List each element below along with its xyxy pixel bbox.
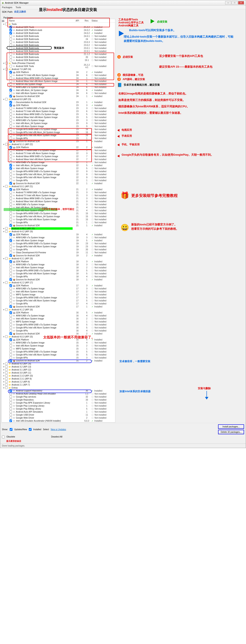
group-row[interactable]: ▾Tools	[2, 22, 115, 26]
package-row[interactable]: Android TV ARM EABI v7a System Image233N…	[2, 107, 115, 110]
menu-packages[interactable]: Packages	[2, 6, 12, 8]
package-row[interactable]: Android TV Intel x86 Atom System Image24…	[2, 74, 115, 77]
group-row[interactable]: ▾Android 5.0.1 (API 21)	[2, 185, 115, 188]
package-row[interactable]: Google APIs Intel x86 Atom System Image1…	[2, 299, 115, 302]
package-row[interactable]: Android SDK Platform-tools24.0.2Installe…	[2, 28, 115, 32]
cb-installed[interactable]	[29, 428, 32, 431]
package-row[interactable]: Google APIs ARM EABI v7a System Image175…	[2, 296, 115, 299]
package-row[interactable]: Intel x86 Atom_64 System Image225Install…	[2, 164, 115, 167]
package-row[interactable]: Android Wear ARM EABI v7a System Image21…	[2, 197, 115, 200]
package-row[interactable]: Google APIs ARM EABI v7a System Image211…	[2, 212, 115, 215]
package-row[interactable]: Google Play APK Expansion Library1Not in…	[2, 401, 115, 404]
package-row[interactable]: Google APIs Intel x86 Atom System Image2…	[2, 176, 115, 179]
group-row[interactable]: ▾Android 3.0 (API 11)	[2, 371, 115, 374]
package-row[interactable]: Intel x86 Atom System Image172Not instal…	[2, 290, 115, 293]
delete-button[interactable]: Delete 32 packages...	[218, 430, 244, 434]
package-row[interactable]: Android SDK Build-tools23.0.3Not install…	[2, 40, 115, 44]
package-row[interactable]: MIPS System Image171Not installed	[2, 293, 115, 296]
package-row[interactable]: Android SDK Build-tools22.0.1Not install…	[2, 50, 115, 52]
package-row[interactable]: Android Wear ARM EABI v7a System Image23…	[2, 113, 115, 116]
maximize-button[interactable]: □	[231, 1, 238, 4]
package-row[interactable]: Android Wear Intel x86 Atom System Image…	[2, 80, 115, 83]
package-row[interactable]: Android Auto Desktop Head Unit emulator1…	[2, 392, 115, 395]
group-row[interactable]: ▾Android 6.0 (API 23)	[2, 98, 115, 101]
package-row[interactable]: MIPS System Image151Not installed	[2, 347, 115, 350]
package-row[interactable]: Sources for Android SDK221Installed	[2, 182, 115, 185]
package-row[interactable]: Google APIs Intel x86 Atom System Image1…	[2, 245, 115, 248]
package-row[interactable]: Sources for Android SDK192Installed	[2, 254, 115, 257]
package-row[interactable]: Google APIs ARM EABI v7a System Image192…	[2, 242, 115, 245]
package-row[interactable]: SDK Platform194Installed	[2, 233, 115, 236]
package-row[interactable]: Intel x86 Atom System Image239Not instal…	[2, 125, 115, 128]
package-row[interactable]: Google APIs231Not installed	[2, 137, 115, 140]
package-row[interactable]: SDK Platform173Installed	[2, 284, 115, 287]
package-row[interactable]: Sources for Android SDK241Installed	[2, 95, 115, 98]
package-row[interactable]: Google APIs ARM EABI v7a System Image155…	[2, 350, 115, 353]
group-row[interactable]: ▾Android 2.3.1 (API 9)	[2, 377, 115, 380]
package-row[interactable]: Google APIs ARM EABI v7a System Image229…	[2, 170, 115, 173]
package-row[interactable]: Google Web Driver2Not installed	[2, 416, 115, 419]
group-row[interactable]: ▾Android 2.3.3 (API 10)	[2, 374, 115, 377]
package-row[interactable]: Android SDK Tools25.2.2 rc1Not installed	[2, 64, 115, 68]
package-row[interactable]: Google APIs211Not installed	[2, 221, 115, 224]
package-row[interactable]: Android SDK Build-tools24.0.1Not install…	[2, 34, 115, 38]
package-row[interactable]: Android SDK Build-tools19.1Not installed	[2, 58, 115, 62]
package-row[interactable]: ARM 64 v8a System Image246Not installed	[2, 83, 115, 86]
package-row[interactable]: Intel x86 Atom System Image182Not instal…	[2, 266, 115, 269]
package-row[interactable]: ARM EABI v7a System Image183Not installe…	[2, 263, 115, 266]
package-row[interactable]: Google APIs ARM EABI v7a System Image231…	[2, 128, 115, 131]
package-row[interactable]: Google Play Billing Library5Not installe…	[2, 407, 115, 410]
package-row[interactable]: Google APIs Intel x86 Atom System Image2…	[2, 218, 115, 221]
package-row[interactable]: Google APIs Intel x86 Atom System Image1…	[2, 326, 115, 329]
group-row[interactable]: ▾Android 4.3.1 (API 18)	[2, 257, 115, 260]
link-deselect[interactable]: Deselect All	[51, 436, 62, 438]
package-row[interactable]: Documentation for Android SDK231Installe…	[2, 101, 115, 104]
package-row[interactable]: Intel x86 Atom System Image152Not instal…	[2, 344, 115, 347]
package-row[interactable]: Intel x86 Atom_64 System Image246Install…	[2, 89, 115, 92]
package-row[interactable]: Google APIs ARM EABI v7a System Image185…	[2, 269, 115, 272]
package-row[interactable]: Google APIs174Not installed	[2, 302, 115, 305]
menu-tools[interactable]: Tools	[16, 6, 21, 8]
package-row[interactable]: Android SDK Build-tools21.1.2Not install…	[2, 52, 115, 56]
install-button[interactable]: Install packages...	[218, 424, 244, 429]
package-row[interactable]: SDK Platform165Installed	[2, 311, 115, 314]
package-row[interactable]: Google APIs ARM EABI v7a System Image165…	[2, 323, 115, 326]
package-row[interactable]: Sources for Android SDK171Installed	[2, 305, 115, 308]
package-row[interactable]: Android Wear Intel x86 Atom System Image…	[2, 158, 115, 161]
package-row[interactable]: Intel x86 Atom System Image162Not instal…	[2, 317, 115, 320]
package-row[interactable]: SDK Platform242Installed	[2, 71, 115, 74]
package-row[interactable]: MIPS System Image161Not installed	[2, 320, 115, 323]
package-row[interactable]: Intel x86 Atom System Image225Not instal…	[2, 167, 115, 170]
package-row[interactable]: ARM EABI v7a System Image164Not installe…	[2, 314, 115, 317]
package-row[interactable]: Google APIs184Not installed	[2, 275, 115, 278]
package-row[interactable]: Sources for Android SDK152Installed	[2, 359, 115, 362]
package-row[interactable]: Google APIs Intel x86 Atom_64 System Ima…	[2, 173, 115, 176]
group-row[interactable]: ▾Android 4.4.2 (API 19)	[2, 230, 115, 233]
package-row[interactable]: Google Repository33Not installed	[2, 398, 115, 401]
package-row[interactable]: Android TV ARM EABI v7a System Image213N…	[2, 191, 115, 194]
package-row[interactable]: ARM EABI v7a System Image193Not installe…	[2, 236, 115, 239]
package-row[interactable]: Google APIs221Not installed	[2, 179, 115, 182]
package-row[interactable]: Android Auto API Simulators1Not installe…	[2, 410, 115, 413]
package-row[interactable]: SDK Platform212Installed	[2, 188, 115, 191]
package-row[interactable]: ARM EABI v7a System Image154Not installe…	[2, 341, 115, 344]
package-row[interactable]: Google APIs Intel x86 Atom System Image1…	[2, 272, 115, 275]
group-row[interactable]: ▾Tools (Preview Channel)	[2, 62, 115, 64]
package-row[interactable]: Intel x86 Atom System Image195Installed	[2, 239, 115, 242]
package-row[interactable]: ARM EABI v7a System Image221Not installe…	[2, 161, 115, 164]
package-row[interactable]: Sources for Android SDK162Installed	[2, 332, 115, 335]
package-row[interactable]: Android Wear Intel x86 Atom System Image…	[2, 200, 115, 203]
package-row[interactable]: Android Support Repository36Installed	[2, 389, 115, 392]
group-row[interactable]: ▾Extras	[2, 386, 115, 389]
link-new-updates[interactable]: New or Updates	[51, 428, 66, 430]
package-row[interactable]: Android SDK Tools25.2.2Installed	[2, 26, 115, 28]
package-row[interactable]: Google APIs153Not installed	[2, 356, 115, 359]
minimize-button[interactable]: —	[225, 1, 231, 4]
package-row[interactable]: Google Play services32Not installed	[2, 395, 115, 398]
group-row[interactable]: ▾Android 3.1 (API 12)	[2, 368, 115, 371]
package-row[interactable]: SDK Platform233Installed	[2, 104, 115, 107]
package-row[interactable]: Google USB Driver11Not installed	[2, 413, 115, 416]
package-row[interactable]: Android Wear ARM EABI v7a System Image24…	[2, 77, 115, 80]
package-row[interactable]: SDK Platform183Installed	[2, 260, 115, 263]
package-row[interactable]: Google APIs Intel x86 Atom_64 System Ima…	[2, 215, 115, 218]
